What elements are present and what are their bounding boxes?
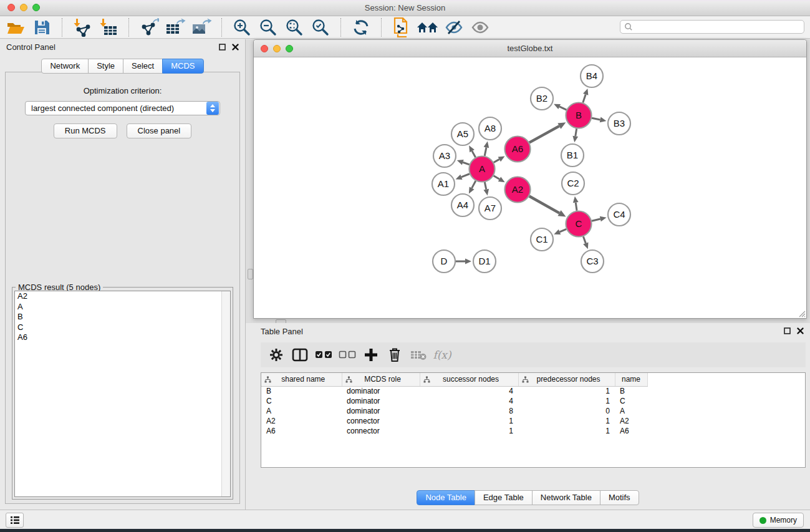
zoom-fit-content-icon[interactable] <box>283 17 306 37</box>
zoom-out-icon[interactable] <box>257 17 279 37</box>
hide-graphics-details-icon[interactable] <box>443 17 465 37</box>
resize-grip-icon[interactable] <box>798 309 806 317</box>
node-table[interactable]: shared nameMCDS rolesuccessor nodesprede… <box>261 372 806 468</box>
column-header[interactable]: shared name <box>261 373 342 386</box>
table-cell[interactable]: 1 <box>518 426 615 436</box>
graph-edge-A-A5[interactable] <box>472 151 476 157</box>
close-panel-button[interactable]: Close panel <box>127 123 192 138</box>
clone-network-icon[interactable] <box>390 17 413 37</box>
tab-select[interactable]: Select <box>123 59 163 74</box>
graph-edge-B-B2[interactable] <box>559 107 566 110</box>
tab-motifs[interactable]: Motifs <box>600 490 639 505</box>
export-image-icon[interactable] <box>190 17 213 37</box>
graph-node-A5[interactable]: A5 <box>451 123 474 145</box>
graph-edge-B-B1[interactable] <box>576 128 577 136</box>
graph-node-A4[interactable]: A4 <box>451 194 474 216</box>
tab-node-table[interactable]: Node Table <box>417 490 475 505</box>
tab-style[interactable]: Style <box>88 59 123 74</box>
table-row[interactable]: A2connector11A2 <box>261 416 647 426</box>
graph-node-A2[interactable]: A2 <box>505 177 531 203</box>
close-panel-icon[interactable] <box>232 44 239 51</box>
table-cell[interactable]: 1 <box>420 416 518 426</box>
list-item[interactable]: A6 <box>15 332 230 343</box>
float-panel-icon[interactable] <box>219 44 226 51</box>
task-history-button[interactable] <box>6 513 24 528</box>
table-cell[interactable]: dominator <box>342 396 420 406</box>
graph-node-A1[interactable]: A1 <box>432 173 455 195</box>
graph-node-C2[interactable]: C2 <box>562 172 584 195</box>
table-cell[interactable]: C <box>615 396 647 406</box>
graph-edge-A-A4[interactable] <box>472 181 476 188</box>
table-cell[interactable]: connector <box>342 426 420 436</box>
toggle-columns-icon[interactable] <box>291 346 309 364</box>
table-cell[interactable]: C <box>261 396 342 406</box>
graph-edge-A-A7[interactable] <box>485 182 486 190</box>
graph-edge-C-C4[interactable] <box>592 219 600 221</box>
table-cell[interactable]: dominator <box>342 386 420 396</box>
column-header[interactable]: MCDS role <box>342 373 420 386</box>
memory-button[interactable]: Memory <box>753 513 804 528</box>
graph-node-C1[interactable]: C1 <box>531 228 553 251</box>
graph-node-A[interactable]: A <box>470 157 495 182</box>
table-cell[interactable]: A <box>615 406 647 416</box>
graph-node-B[interactable]: B <box>566 103 592 128</box>
open-session-icon[interactable] <box>4 17 27 37</box>
graph-edge-A-A2[interactable] <box>494 176 499 179</box>
mcds-result-list[interactable]: A2ABCA6 <box>14 291 231 497</box>
scrollbar-track[interactable] <box>221 291 230 496</box>
table-cell[interactable]: A <box>261 406 342 416</box>
table-cell[interactable]: 1 <box>420 426 518 436</box>
graph-node-A3[interactable]: A3 <box>433 145 456 167</box>
delete-table-icon[interactable] <box>409 346 428 364</box>
deselect-all-icon[interactable] <box>338 346 357 364</box>
table-row[interactable]: Bdominator41B <box>261 386 647 396</box>
table-cell[interactable]: connector <box>342 416 420 426</box>
list-item[interactable]: C <box>15 322 230 333</box>
list-item[interactable]: A <box>15 302 230 312</box>
column-header[interactable]: predecessor nodes <box>518 373 615 386</box>
add-row-icon[interactable] <box>362 346 380 364</box>
tab-mcds[interactable]: MCDS <box>162 59 203 74</box>
graph-edge-A6-B[interactable] <box>529 126 559 142</box>
run-mcds-button[interactable]: Run MCDS <box>54 123 117 138</box>
show-all-network-views-icon[interactable] <box>417 17 439 37</box>
table-cell[interactable]: A2 <box>261 416 342 426</box>
network-window-titlebar[interactable]: testGlobe.txt <box>254 40 806 57</box>
column-header[interactable]: name <box>615 373 647 386</box>
list-item[interactable]: B <box>15 312 230 322</box>
graph-node-B2[interactable]: B2 <box>531 87 553 110</box>
table-row[interactable]: A6connector11A6 <box>261 426 647 436</box>
table-cell[interactable]: B <box>261 386 342 396</box>
search-input[interactable] <box>635 22 804 32</box>
save-session-icon[interactable] <box>31 17 53 37</box>
zoom-selected-icon[interactable] <box>309 17 332 37</box>
search-box[interactable] <box>620 20 804 34</box>
table-row[interactable]: Cdominator41C <box>261 396 647 406</box>
function-builder-icon[interactable]: f(x) <box>433 346 451 364</box>
graph-edge-C-C1[interactable] <box>560 229 567 232</box>
select-all-icon[interactable] <box>314 346 333 364</box>
table-cell[interactable]: 1 <box>518 416 615 426</box>
criterion-select[interactable]: largest connected component (directed) <box>25 101 220 115</box>
vertical-splitter-handle[interactable] <box>248 269 253 279</box>
graph-node-D1[interactable]: D1 <box>473 250 496 273</box>
column-header[interactable]: successor nodes <box>420 373 518 386</box>
table-cell[interactable]: 8 <box>420 406 518 416</box>
graph-edge-A2-C[interactable] <box>529 196 559 213</box>
tab-edge-table[interactable]: Edge Table <box>475 490 533 505</box>
graph-node-D[interactable]: D <box>433 250 455 273</box>
graph-node-A6[interactable]: A6 <box>505 137 531 162</box>
table-cell[interactable]: B <box>615 386 647 396</box>
graph-node-C4[interactable]: C4 <box>608 203 630 226</box>
graph-edge-A-A3[interactable] <box>463 162 469 165</box>
export-network-icon[interactable] <box>138 17 160 37</box>
table-cell[interactable]: A6 <box>615 426 647 436</box>
export-table-icon[interactable] <box>164 17 186 37</box>
table-cell[interactable]: 4 <box>420 386 518 396</box>
graph-edge-A-A6[interactable] <box>494 159 499 162</box>
table-cell[interactable]: A6 <box>261 426 342 436</box>
table-cell[interactable]: A2 <box>615 416 647 426</box>
graph-node-C[interactable]: C <box>566 211 592 237</box>
table-cell[interactable]: 0 <box>518 406 615 416</box>
graph-edge-B-B3[interactable] <box>592 118 600 120</box>
